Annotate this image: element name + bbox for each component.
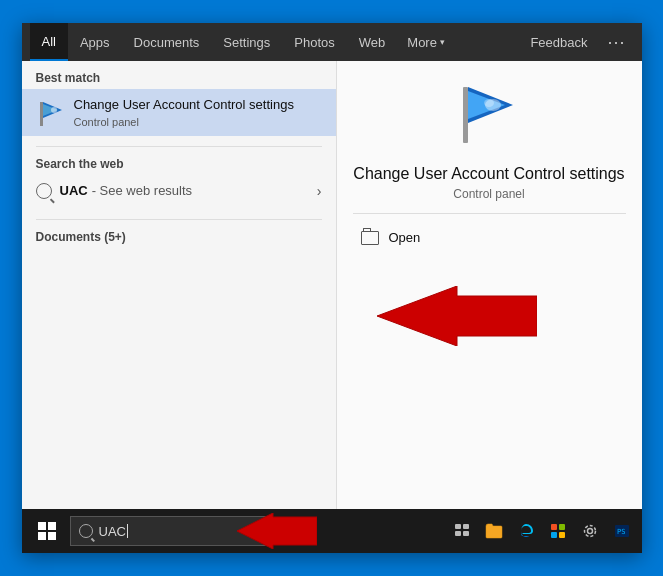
svg-rect-15 (551, 524, 557, 530)
best-match-item[interactable]: Change User Account Control settings Con… (22, 89, 336, 136)
svg-rect-16 (559, 524, 565, 530)
taskbar-search-icon (79, 524, 93, 538)
svg-marker-9 (377, 286, 537, 346)
svg-rect-17 (551, 532, 557, 538)
more-options-button[interactable]: ··· (599, 30, 633, 55)
search-window: All Apps Documents Settings Photos Web M… (22, 23, 642, 553)
web-search-section: Search the web UAC - See web results › (22, 153, 336, 213)
nav-bar: All Apps Documents Settings Photos Web M… (22, 23, 642, 61)
right-divider (353, 213, 626, 214)
documents-section: Documents (5+) (22, 226, 336, 248)
tab-all[interactable]: All (30, 23, 68, 61)
open-button[interactable]: Open (353, 224, 626, 251)
right-app-subtitle: Control panel (453, 187, 524, 201)
app-icon-large (453, 81, 525, 153)
web-search-left: UAC - See web results (36, 183, 193, 199)
svg-rect-12 (463, 524, 469, 529)
file-explorer-icon[interactable] (480, 517, 508, 545)
divider2 (36, 219, 322, 220)
svg-text:PS: PS (617, 528, 625, 536)
open-icon (361, 231, 379, 245)
search-query: UAC (60, 183, 88, 198)
svg-rect-4 (463, 87, 468, 143)
taskbar: UAC (22, 509, 642, 553)
web-search-item[interactable]: UAC - See web results › (36, 177, 322, 205)
open-label: Open (389, 230, 421, 245)
search-suffix: - See web results (92, 183, 192, 198)
start-button[interactable] (28, 512, 66, 550)
taskbar-search-text: UAC (99, 524, 126, 539)
right-panel: Change User Account Control settings Con… (337, 61, 642, 509)
tab-settings[interactable]: Settings (211, 23, 282, 61)
documents-label: Documents (5+) (36, 230, 322, 244)
app-icon-small (36, 98, 64, 126)
right-app-title: Change User Account Control settings (353, 165, 624, 183)
content-area: Best match Change User Account Control s… (22, 61, 642, 509)
svg-marker-10 (237, 513, 317, 549)
tab-apps[interactable]: Apps (68, 23, 122, 61)
svg-point-19 (587, 529, 592, 534)
windows-icon (38, 522, 56, 540)
svg-rect-11 (455, 524, 461, 529)
search-icon (36, 183, 52, 199)
best-match-title: Change User Account Control settings (74, 97, 294, 114)
settings-icon[interactable] (576, 517, 604, 545)
task-view-icon[interactable] (448, 517, 476, 545)
taskbar-right-icons: PS (448, 517, 636, 545)
svg-rect-18 (559, 532, 565, 538)
svg-point-8 (484, 99, 494, 107)
best-match-text: Change User Account Control settings Con… (74, 97, 294, 128)
chevron-right-icon: › (317, 183, 322, 199)
taskbar-red-arrow (237, 513, 317, 549)
tab-documents[interactable]: Documents (122, 23, 212, 61)
tab-more[interactable]: More ▾ (397, 29, 455, 56)
best-match-subtitle: Control panel (74, 116, 294, 128)
red-arrow-indicator (377, 286, 537, 346)
edge-browser-icon[interactable] (512, 517, 540, 545)
store-icon[interactable] (544, 517, 572, 545)
svg-point-3 (51, 107, 57, 113)
terminal-icon[interactable]: PS (608, 517, 636, 545)
svg-point-20 (584, 526, 595, 537)
divider (36, 146, 322, 147)
svg-rect-0 (40, 102, 43, 126)
svg-rect-14 (463, 531, 469, 536)
text-cursor (127, 524, 128, 538)
svg-rect-13 (455, 531, 461, 536)
feedback-button[interactable]: Feedback (518, 29, 599, 56)
best-match-label: Best match (22, 61, 336, 89)
web-search-label: Search the web (36, 157, 322, 171)
left-panel: Best match Change User Account Control s… (22, 61, 337, 509)
chevron-down-icon: ▾ (440, 37, 445, 47)
tab-web[interactable]: Web (347, 23, 398, 61)
tab-photos[interactable]: Photos (282, 23, 346, 61)
